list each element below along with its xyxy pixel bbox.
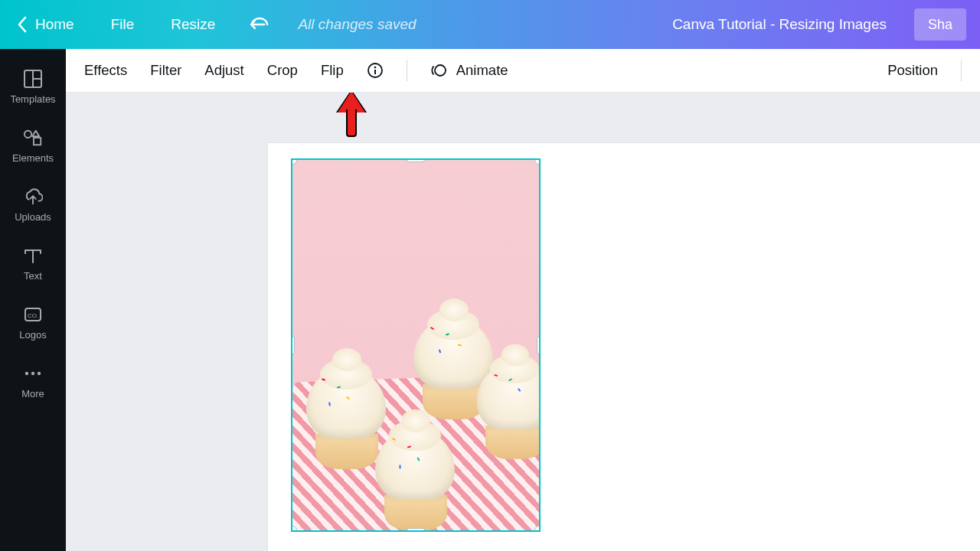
effects-button[interactable]: Effects [84, 62, 127, 79]
resize-menu[interactable]: Resize [171, 16, 215, 33]
sidebar-item-templates[interactable]: Templates [0, 60, 66, 119]
resize-handle-top[interactable] [407, 158, 425, 162]
sidebar-item-label: Elements [12, 152, 54, 164]
resize-handle-left[interactable] [291, 336, 295, 354]
svg-point-9 [38, 372, 41, 375]
animate-icon [430, 62, 447, 79]
crop-button[interactable]: Crop [267, 62, 298, 79]
file-menu[interactable]: File [111, 16, 135, 33]
share-button[interactable]: Sha [914, 8, 966, 41]
sidebar-item-label: Uploads [15, 211, 51, 223]
resize-handle-bottom[interactable] [407, 528, 425, 532]
sidebar-item-label: Logos [19, 329, 46, 341]
info-icon[interactable] [367, 62, 384, 79]
elements-icon [23, 128, 43, 148]
resize-handle-bottom-right[interactable] [534, 526, 541, 532]
home-button[interactable]: Home [35, 16, 74, 33]
sidebar-item-label: Text [24, 270, 42, 282]
svg-rect-4 [34, 138, 41, 145]
more-icon [23, 364, 43, 383]
sidebar-item-label: Templates [10, 93, 55, 105]
svg-point-7 [25, 372, 28, 375]
sidebar-item-more[interactable]: More [0, 354, 66, 413]
svg-point-3 [24, 131, 31, 138]
svg-point-11 [374, 67, 376, 69]
left-sidebar: Templates Elements Uploads Text CO. Logo… [0, 49, 66, 551]
toolbar-divider [407, 60, 407, 81]
svg-point-8 [31, 372, 34, 375]
canvas-area[interactable] [66, 93, 980, 551]
back-icon[interactable] [17, 16, 28, 33]
context-toolbar: Effects Filter Adjust Crop Flip Animate … [66, 49, 980, 93]
text-icon [23, 246, 43, 266]
filter-button[interactable]: Filter [150, 62, 181, 79]
sidebar-item-elements[interactable]: Elements [0, 119, 66, 178]
uploads-icon [23, 187, 43, 207]
svg-rect-12 [374, 70, 376, 74]
sidebar-item-uploads[interactable]: Uploads [0, 178, 66, 236]
svg-text:CO.: CO. [28, 312, 38, 319]
sidebar-item-label: More [21, 388, 44, 399]
animate-button[interactable]: Animate [456, 62, 508, 79]
logos-icon: CO. [23, 305, 43, 324]
annotation-arrow-icon [340, 93, 363, 140]
undo-icon[interactable] [249, 17, 270, 32]
position-button[interactable]: Position [887, 62, 938, 79]
toolbar-divider [961, 60, 962, 81]
sidebar-item-text[interactable]: Text [0, 236, 66, 295]
flip-button[interactable]: Flip [321, 62, 344, 79]
document-title[interactable]: Canva Tutorial - Resizing Images [672, 16, 887, 33]
resize-handle-right[interactable] [537, 336, 541, 354]
save-status: All changes saved [298, 16, 416, 33]
adjust-button[interactable]: Adjust [204, 62, 243, 79]
svg-point-13 [435, 65, 446, 76]
selected-image[interactable] [291, 158, 541, 532]
top-menu-bar: Home File Resize All changes saved Canva… [0, 0, 980, 49]
sidebar-item-logos[interactable]: CO. Logos [0, 295, 66, 354]
templates-icon [23, 69, 43, 89]
